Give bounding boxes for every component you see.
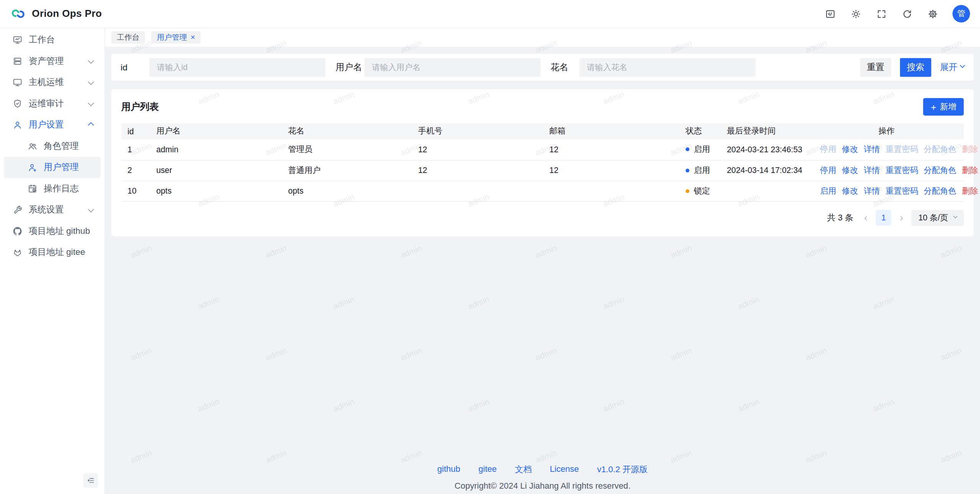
table-row: 1admin管理员1212启用2024-03-21 23:46:53停用修改详情… bbox=[121, 139, 964, 160]
col-email: 邮箱 bbox=[544, 123, 681, 139]
code-icon[interactable] bbox=[824, 8, 835, 19]
action-link[interactable]: 重置密码 bbox=[885, 165, 918, 174]
main-area: 工作台 用户管理 × id 用户名 花名 bbox=[105, 28, 980, 494]
sidebar-item-user-settings[interactable]: 用户设置 bbox=[4, 114, 101, 136]
close-icon[interactable]: × bbox=[191, 34, 195, 41]
footer-link-docs[interactable]: 文档 bbox=[515, 464, 532, 475]
nickname-input[interactable] bbox=[579, 58, 755, 77]
footer-link-version[interactable]: v1.0.2 开源版 bbox=[597, 464, 648, 475]
tab-workbench[interactable]: 工作台 bbox=[111, 31, 145, 44]
tab-user-mgmt[interactable]: 用户管理 × bbox=[151, 31, 201, 44]
action-link[interactable]: 详情 bbox=[864, 165, 880, 174]
github-icon bbox=[13, 226, 23, 236]
refresh-icon[interactable] bbox=[901, 8, 912, 19]
card-head: 用户列表 + 新增 bbox=[121, 98, 964, 116]
phone-cell bbox=[413, 181, 544, 201]
action-link[interactable]: 启用 bbox=[820, 186, 836, 195]
sidebar-item-operation-log[interactable]: 操作日志 bbox=[4, 178, 101, 199]
sidebar-item-system-settings[interactable]: 系统设置 bbox=[4, 199, 101, 221]
operation-log-icon bbox=[28, 184, 38, 194]
field-label: 用户名 bbox=[336, 62, 364, 73]
add-user-button[interactable]: + 新增 bbox=[923, 98, 964, 116]
email-cell bbox=[544, 181, 681, 201]
action-link[interactable]: 详情 bbox=[864, 145, 880, 154]
sidebar-nav: 工作台 资产管理 主机运维 运维审计 用户设置 角色管理 用户管理 bbox=[0, 28, 105, 494]
chevron-down-icon bbox=[88, 206, 94, 212]
settings-gear-icon[interactable] bbox=[927, 8, 938, 19]
status-cell: 启用 bbox=[681, 160, 722, 181]
fullscreen-icon[interactable] bbox=[875, 8, 887, 19]
sidebar-item-host-ops[interactable]: 主机运维 bbox=[4, 72, 101, 93]
prev-page-icon[interactable]: ‹ bbox=[861, 212, 870, 223]
sidebar-item-role-mgmt[interactable]: 角色管理 bbox=[4, 135, 101, 157]
action-link[interactable]: 重置密码 bbox=[885, 186, 918, 195]
sidebar-link-gitee[interactable]: 项目地址 gitee bbox=[4, 242, 101, 263]
page-size-select[interactable]: 10 条/页 bbox=[911, 210, 964, 226]
theme-sun-icon[interactable] bbox=[850, 8, 861, 19]
username-cell: opts bbox=[151, 181, 283, 201]
search-button[interactable]: 搜索 bbox=[900, 58, 931, 77]
last-login-cell bbox=[722, 181, 810, 201]
tab-bar: 工作台 用户管理 × bbox=[105, 28, 980, 47]
username-input[interactable] bbox=[364, 58, 541, 77]
action-link[interactable]: 修改 bbox=[842, 165, 858, 174]
field-nickname: 花名 bbox=[550, 58, 756, 77]
field-label: id bbox=[121, 62, 149, 72]
col-phone: 手机号 bbox=[413, 123, 544, 139]
footer-link-gitee[interactable]: gitee bbox=[479, 464, 497, 475]
action-link[interactable]: 删除 bbox=[962, 186, 978, 195]
actions-cell: 启用修改详情重置密码分配角色删除 bbox=[809, 181, 964, 201]
table-header-row: id 用户名 花名 手机号 邮箱 状态 最后登录时间 操作 bbox=[121, 123, 964, 139]
actions-cell: 停用修改详情重置密码分配角色删除 bbox=[809, 139, 964, 160]
last-login-cell: 2024-03-21 23:46:53 bbox=[722, 139, 810, 160]
status-dot-icon bbox=[686, 168, 689, 172]
nickname-cell: 管理员 bbox=[283, 139, 413, 160]
action-link[interactable]: 修改 bbox=[842, 186, 858, 195]
next-page-icon[interactable]: › bbox=[897, 212, 906, 223]
action-link[interactable]: 分配角色 bbox=[924, 186, 956, 195]
sidebar-item-assets[interactable]: 资产管理 bbox=[4, 51, 101, 72]
chevron-down-icon bbox=[88, 100, 94, 106]
id-input[interactable] bbox=[149, 58, 325, 77]
field-username: 用户名 bbox=[336, 58, 541, 77]
logo-icon bbox=[10, 6, 26, 22]
nickname-cell: opts bbox=[283, 181, 413, 201]
sidebar-item-audit[interactable]: 运维审计 bbox=[4, 93, 101, 114]
field-label: 花名 bbox=[550, 62, 579, 73]
action-link: 分配角色 bbox=[924, 145, 956, 154]
action-link[interactable]: 停用 bbox=[820, 165, 836, 174]
page-footer: github gitee 文档 License v1.0.2 开源版 Copyr… bbox=[105, 464, 980, 491]
nickname-cell: 普通用户 bbox=[283, 160, 413, 181]
last-login-cell: 2024-03-14 17:02:34 bbox=[722, 160, 810, 181]
footer-links: github gitee 文档 License v1.0.2 开源版 bbox=[105, 464, 980, 475]
action-link[interactable]: 修改 bbox=[842, 145, 858, 154]
sidebar-link-github[interactable]: 项目地址 github bbox=[4, 220, 101, 242]
user-list-card: 用户列表 + 新增 id 用户名 花名 bbox=[111, 89, 974, 236]
sidebar-item-workbench[interactable]: 工作台 bbox=[4, 29, 101, 51]
reset-button[interactable]: 重置 bbox=[860, 58, 892, 77]
footer-link-license[interactable]: License bbox=[550, 464, 579, 475]
table-row: 10optsopts锁定启用修改详情重置密码分配角色删除 bbox=[121, 181, 964, 201]
chevron-down-icon bbox=[953, 214, 958, 218]
expand-toggle[interactable]: 展开 bbox=[940, 62, 965, 73]
app-header: Orion Ops Pro 管 bbox=[0, 0, 980, 28]
page-number[interactable]: 1 bbox=[876, 210, 892, 226]
id-cell: 1 bbox=[121, 139, 151, 160]
email-cell: 12 bbox=[544, 139, 681, 160]
footer-link-github[interactable]: github bbox=[437, 464, 460, 475]
host-ops-icon bbox=[13, 77, 23, 87]
col-actions: 操作 bbox=[809, 123, 964, 139]
table-row: 2user普通用户1212启用2024-03-14 17:02:34停用修改详情… bbox=[121, 160, 964, 181]
sidebar-collapse-button[interactable] bbox=[83, 473, 98, 488]
sidebar-item-user-mgmt[interactable]: 用户管理 bbox=[4, 157, 101, 178]
action-link[interactable]: 详情 bbox=[864, 186, 880, 195]
action-link[interactable]: 删除 bbox=[962, 165, 978, 174]
username-cell: admin bbox=[151, 139, 283, 160]
user-avatar[interactable]: 管 bbox=[952, 5, 970, 23]
user-table: id 用户名 花名 手机号 邮箱 状态 最后登录时间 操作 1admin管理员1… bbox=[121, 123, 964, 202]
field-id: id bbox=[121, 58, 326, 77]
action-link[interactable]: 分配角色 bbox=[924, 165, 956, 174]
search-actions: 重置 搜索 展开 bbox=[860, 58, 965, 77]
plus-icon: + bbox=[931, 102, 936, 111]
assets-icon bbox=[13, 56, 23, 66]
